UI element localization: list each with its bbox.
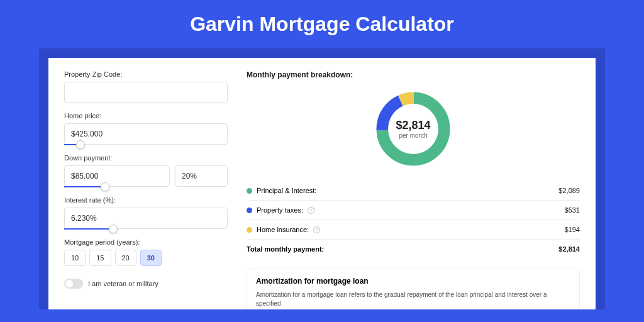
donut-center: $2,814 per month [372, 88, 454, 170]
interest-input[interactable] [64, 208, 228, 229]
breakdown-label: Home insurance: [257, 226, 309, 233]
donut-chart: $2,814 per month [372, 88, 454, 170]
breakdown-row-principal: Principal & Interest: $2,089 [247, 181, 580, 201]
breakdown-amount: $194 [565, 226, 580, 233]
total-label: Total monthly payment: [247, 245, 324, 253]
down-payment-field-group: Down payment: [64, 154, 228, 187]
slider-thumb[interactable] [101, 182, 109, 191]
down-payment-slider[interactable] [64, 186, 105, 187]
down-payment-label: Down payment: [64, 154, 228, 162]
period-button-20[interactable]: 20 [115, 250, 136, 266]
period-button-30[interactable]: 30 [140, 250, 162, 266]
home-price-label: Home price: [64, 112, 228, 119]
home-price-input[interactable] [64, 123, 228, 145]
breakdown-amount: $531 [565, 206, 580, 214]
breakdown-label: Principal & Interest: [257, 187, 316, 194]
period-button-15[interactable]: 15 [89, 250, 111, 266]
breakdown-label: Property taxes: [257, 206, 303, 214]
content-band: Property Zip Code: Home price: Down paym… [39, 48, 605, 309]
total-amount: $2,814 [558, 245, 580, 253]
slider-thumb[interactable] [76, 140, 85, 149]
calculator-card: Property Zip Code: Home price: Down paym… [48, 58, 596, 309]
info-icon[interactable]: ? [313, 226, 320, 233]
down-payment-input[interactable] [64, 165, 170, 187]
home-price-field-group: Home price: [64, 112, 228, 145]
veteran-toggle-row: I am veteran or military [64, 279, 228, 289]
donut-amount: $2,814 [396, 119, 430, 132]
veteran-label: I am veteran or military [88, 280, 158, 287]
veteran-toggle[interactable] [64, 279, 83, 289]
period-field-group: Mortgage period (years): 10 15 20 30 [64, 238, 228, 266]
zip-field-group: Property Zip Code: [64, 70, 228, 103]
zip-input[interactable] [64, 82, 228, 103]
period-buttons: 10 15 20 30 [64, 250, 228, 266]
breakdown-row-insurance: Home insurance: ? $194 [247, 220, 580, 240]
slider-thumb[interactable] [109, 225, 118, 233]
donut-sub: per month [399, 132, 427, 139]
amortization-box: Amortization for mortgage loan Amortizat… [247, 269, 580, 309]
amortization-text: Amortization for a mortgage loan refers … [256, 291, 570, 308]
period-button-10[interactable]: 10 [64, 250, 86, 266]
donut-chart-wrap: $2,814 per month [247, 88, 580, 170]
zip-label: Property Zip Code: [64, 70, 228, 78]
interest-label: Interest rate (%): [64, 196, 228, 204]
dot-icon [247, 188, 252, 194]
breakdown-panel: Monthly payment breakdown: $2,814 per mo… [247, 70, 580, 309]
dot-icon [247, 208, 252, 213]
amortization-title: Amortization for mortgage loan [256, 277, 570, 286]
dot-icon [247, 227, 252, 233]
breakdown-row-taxes: Property taxes: ? $531 [247, 201, 580, 220]
home-price-slider[interactable] [64, 144, 80, 145]
breakdown-amount: $2,089 [558, 187, 580, 194]
form-panel: Property Zip Code: Home price: Down paym… [64, 70, 228, 309]
page-title: Garvin Mortgage Calculator [0, 13, 644, 36]
period-label: Mortgage period (years): [64, 238, 228, 246]
breakdown-row-total: Total monthly payment: $2,814 [247, 240, 580, 258]
interest-field-group: Interest rate (%): [64, 196, 228, 230]
interest-slider[interactable] [64, 228, 113, 230]
info-icon[interactable]: ? [308, 207, 314, 214]
down-payment-pct-input[interactable] [175, 165, 228, 187]
breakdown-title: Monthly payment breakdown: [247, 70, 580, 79]
